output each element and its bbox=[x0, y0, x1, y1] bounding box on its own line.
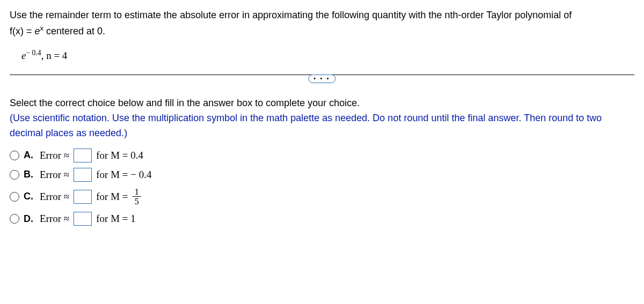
radio-a[interactable] bbox=[10, 151, 19, 160]
divider: • • • bbox=[10, 75, 634, 83]
option-b-error: Error ≈ bbox=[40, 169, 69, 181]
option-b-label: B. bbox=[24, 169, 35, 180]
option-b[interactable]: B. Error ≈ for M = − 0.4 bbox=[10, 168, 634, 182]
option-d-error: Error ≈ bbox=[40, 213, 69, 225]
radio-d[interactable] bbox=[10, 214, 19, 224]
option-c-input[interactable] bbox=[74, 190, 92, 204]
options-list: A. Error ≈ for M = 0.4 B. Error ≈ for M … bbox=[10, 149, 634, 226]
option-a-label: A. bbox=[24, 150, 35, 161]
problem-e: e bbox=[35, 26, 40, 36]
given-n: , n = 4 bbox=[41, 50, 68, 61]
radio-b[interactable] bbox=[10, 170, 19, 180]
given-exp: − 0.4 bbox=[26, 49, 41, 57]
option-b-for-m: for M = − 0.4 bbox=[96, 169, 151, 181]
problem-line1: Use the remainder term to estimate the a… bbox=[10, 10, 572, 20]
option-a-input[interactable] bbox=[74, 149, 92, 162]
instructions-line2: (Use scientific notation. Use the multip… bbox=[10, 113, 602, 138]
given-values: e− 0.4, n = 4 bbox=[21, 49, 634, 62]
option-c-fraction: 1 5 bbox=[133, 187, 142, 207]
instructions-line1: Select the correct choice below and fill… bbox=[10, 98, 360, 108]
option-a[interactable]: A. Error ≈ for M = 0.4 bbox=[10, 149, 634, 162]
option-c-den: 5 bbox=[133, 197, 142, 206]
instructions: Select the correct choice below and fill… bbox=[10, 96, 634, 141]
problem-statement: Use the remainder term to estimate the a… bbox=[10, 8, 634, 39]
option-c-for-m-prefix: for M = bbox=[96, 191, 128, 203]
option-a-error: Error ≈ bbox=[40, 150, 69, 161]
expand-button[interactable]: • • • bbox=[308, 75, 335, 83]
option-c-error: Error ≈ bbox=[40, 191, 69, 203]
problem-line2-prefix: f(x) = bbox=[10, 26, 35, 36]
option-d-input[interactable] bbox=[74, 212, 92, 226]
option-a-for-m: for M = 0.4 bbox=[96, 150, 143, 161]
option-b-input[interactable] bbox=[74, 168, 92, 182]
option-d-for-m: for M = 1 bbox=[96, 213, 136, 225]
problem-line2-suffix: centered at 0. bbox=[43, 26, 105, 36]
option-c[interactable]: C. Error ≈ for M = 1 5 bbox=[10, 187, 634, 207]
ellipsis-icon: • • • bbox=[313, 76, 330, 81]
option-c-label: C. bbox=[24, 191, 35, 202]
option-d-label: D. bbox=[24, 213, 35, 225]
radio-c[interactable] bbox=[10, 192, 19, 202]
option-d[interactable]: D. Error ≈ for M = 1 bbox=[10, 212, 634, 226]
option-c-num: 1 bbox=[133, 187, 142, 197]
